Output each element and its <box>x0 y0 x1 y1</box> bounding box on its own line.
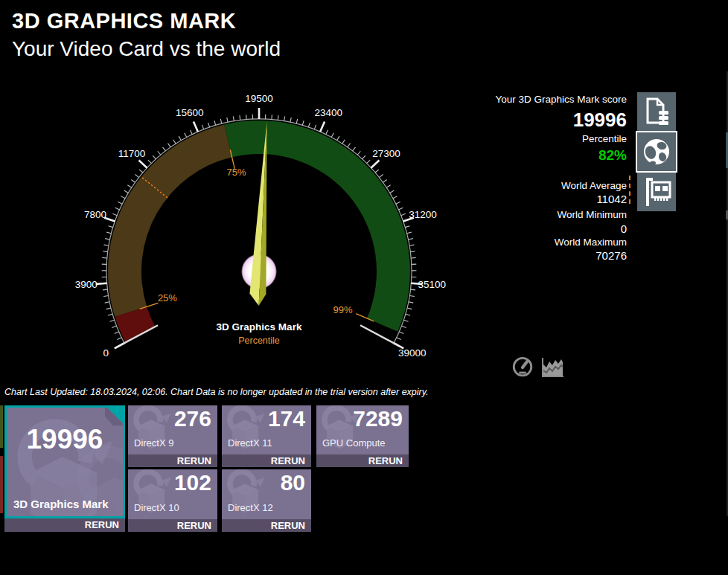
tile-directx-9[interactable]: 276 DirectX 9 RERUN <box>128 405 217 467</box>
tile-score: 102 <box>174 470 211 495</box>
tile-score: 80 <box>281 470 305 495</box>
svg-text:39000: 39000 <box>398 347 427 359</box>
tile-3d-graphics-mark[interactable]: 19996 3D Graphics Mark RERUN <box>4 405 125 532</box>
tile-score: 276 <box>174 406 211 431</box>
svg-text:27300: 27300 <box>372 148 400 159</box>
rerun-button[interactable]: RERUN <box>222 454 311 467</box>
rerun-button[interactable]: RERUN <box>222 519 311 532</box>
world-average-value: 11042 <box>596 193 627 205</box>
page-title: 3D GRAPHICS MARK <box>12 9 236 33</box>
tile-label: GPU Compute <box>322 437 386 449</box>
tile-directx-11[interactable]: 174 DirectX 11 RERUN <box>222 405 311 467</box>
score-summary-panel: Your 3D Graphics Mark score 19996 Percen… <box>476 0 627 312</box>
svg-text:25%: 25% <box>158 292 177 303</box>
svg-text:99%: 99% <box>333 304 353 315</box>
rerun-label: RERUN <box>177 520 211 531</box>
tile-label: DirectX 12 <box>228 502 273 513</box>
chart-last-updated-note: Chart Last Updated: 18.03.2024, 02:06. C… <box>4 387 429 397</box>
page-subtitle: Your Video Card vs the world <box>12 37 281 61</box>
svg-text:3900: 3900 <box>75 279 98 290</box>
rerun-button[interactable]: RERUN <box>316 454 409 467</box>
svg-text:35100: 35100 <box>418 279 447 290</box>
world-average-label: World Average <box>561 180 627 191</box>
rerun-button[interactable]: RERUN <box>4 518 125 532</box>
tile-label: 3D Graphics Mark <box>13 498 109 510</box>
svg-text:7800: 7800 <box>84 209 106 220</box>
tile-score: 19996 <box>7 424 123 455</box>
tile-directx-12[interactable]: 80 DirectX 12 RERUN <box>222 469 311 532</box>
percentile-heading: Percentile <box>582 133 627 144</box>
globe-icon[interactable] <box>637 132 676 171</box>
world-minimum-label: World Minimum <box>557 209 627 220</box>
svg-text:0: 0 <box>103 347 109 359</box>
percentile-value: 82% <box>598 147 627 164</box>
adjacent-tile-edge-red <box>0 456 3 513</box>
rerun-label: RERUN <box>177 455 211 466</box>
tile-directx-10[interactable]: 102 DirectX 10 RERUN <box>128 469 217 532</box>
tile-body: 19996 3D Graphics Mark <box>4 405 125 518</box>
gpu-card-icon[interactable] <box>637 173 676 211</box>
performance-test-window: 3D GRAPHICS MARK Your Video Card vs the … <box>0 0 728 575</box>
adjacent-tile-edge-green <box>0 405 3 448</box>
svg-text:23400: 23400 <box>315 107 343 118</box>
rerun-button[interactable]: RERUN <box>128 454 217 467</box>
tile-label: DirectX 10 <box>134 502 179 513</box>
tile-score: 7289 <box>353 406 403 431</box>
rerun-label: RERUN <box>368 455 403 466</box>
svg-text:15600: 15600 <box>176 107 204 118</box>
tile-score: 174 <box>268 406 305 431</box>
world-average-indicator-line <box>629 176 630 204</box>
score-value: 19996 <box>573 109 627 132</box>
tile-gpu-compute[interactable]: 7289 GPU Compute RERUN <box>316 405 409 467</box>
svg-text:11700: 11700 <box>118 148 146 159</box>
world-maximum-value: 70276 <box>596 249 627 262</box>
rerun-label: RERUN <box>85 519 119 530</box>
percentile-gauge: 0390078001170015600195002340027300312003… <box>22 71 499 391</box>
world-minimum-value: 0 <box>621 222 627 235</box>
report-icon[interactable] <box>637 92 676 131</box>
svg-text:3D Graphics Mark: 3D Graphics Mark <box>217 321 302 333</box>
tile-label: DirectX 11 <box>228 437 272 449</box>
rerun-label: RERUN <box>271 520 305 531</box>
area-chart-view-icon[interactable] <box>539 356 566 379</box>
rerun-button[interactable]: RERUN <box>128 519 217 532</box>
svg-text:Percentile: Percentile <box>238 335 280 346</box>
rerun-label: RERUN <box>271 455 305 466</box>
svg-text:75%: 75% <box>226 167 246 178</box>
world-maximum-label: World Maximum <box>555 237 627 248</box>
gauge-view-icon[interactable] <box>511 355 534 380</box>
svg-text:31200: 31200 <box>409 209 437 220</box>
score-heading: Your 3D Graphics Mark score <box>495 94 627 105</box>
svg-text:19500: 19500 <box>245 93 273 104</box>
tile-label: DirectX 9 <box>134 437 173 449</box>
